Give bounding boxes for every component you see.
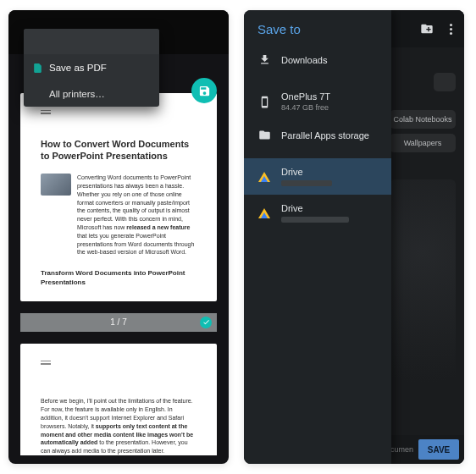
drawer-item-label: Parallel Apps storage (281, 130, 369, 141)
drawer-title: Save to (244, 10, 391, 45)
all-printers-label: All printers… (49, 89, 105, 99)
dropdown-all-printers[interactable]: All printers… (24, 81, 159, 107)
pdf-icon (32, 63, 43, 74)
page-indicator-bar: 1 / 7 (20, 313, 217, 332)
print-preview-scroll[interactable]: How to Convert Word Documents to PowerPo… (20, 93, 217, 455)
drawer-item-label: Downloads (281, 55, 327, 65)
article-paragraph-1: Converting Word documents to PowerPoint … (77, 174, 196, 256)
page-selected-check[interactable] (200, 317, 212, 328)
folder-icon (258, 129, 271, 141)
printer-dropdown: Save as PDF All printers… (24, 29, 159, 107)
device-name: OnePlus 7T (281, 91, 330, 102)
save-button-label: SAVE (428, 445, 451, 455)
print-screen: tter Save as PDF All printers… How to Co… (8, 10, 229, 464)
check-icon (202, 318, 210, 326)
save-as-pdf-label: Save as PDF (49, 63, 107, 73)
page-menu-icon (41, 361, 51, 365)
download-icon (258, 53, 271, 66)
account-redacted (281, 217, 349, 223)
article-subheading: Transform Word Documents into PowerPoint… (41, 268, 196, 287)
folder-chip-label: Colab Notebooks (393, 115, 451, 124)
drawer-item-drive[interactable]: Drive (244, 195, 391, 231)
blurred-thumbnail (390, 179, 456, 423)
saveto-drawer: Save to Downloads OnePlus 7T 84.47 GB fr… (244, 10, 391, 464)
save-button[interactable]: SAVE (418, 439, 459, 460)
dropdown-current-dim[interactable] (24, 29, 159, 54)
drive-icon (258, 208, 270, 218)
device-free-space: 84.47 GB free (281, 103, 330, 112)
article-paragraph-2: Before we begin, I'll point out the limi… (41, 397, 196, 455)
drive-icon (258, 172, 270, 182)
save-fab[interactable] (191, 78, 217, 103)
saveto-screen: Colab Notebooks Wallpapers ocumen SAVE S… (244, 10, 464, 464)
folder-chip-colab[interactable]: Colab Notebooks (390, 110, 456, 129)
drawer-item-downloads[interactable]: Downloads (244, 45, 391, 74)
dropdown-save-as-pdf[interactable]: Save as PDF (24, 54, 159, 81)
new-folder-icon[interactable] (420, 22, 434, 36)
file-browser-bottombar: ocumen SAVE (379, 435, 464, 464)
page-menu-icon (41, 110, 51, 114)
drawer-item-label: Drive (281, 203, 349, 213)
folder-chip-label: Wallpapers (404, 139, 442, 147)
grid-view-icon[interactable] (434, 73, 456, 91)
file-browser-topbar (379, 10, 464, 47)
preview-page-2[interactable]: Before we begin, I'll point out the limi… (20, 344, 217, 455)
page-counter: 1 / 7 (110, 317, 126, 327)
save-icon (198, 85, 211, 97)
drawer-item-drive-selected[interactable]: Drive (244, 158, 391, 195)
article-thumbnail (41, 174, 71, 196)
article-heading: How to Convert Word Documents to PowerPo… (41, 139, 196, 163)
overflow-menu-icon[interactable] (446, 24, 456, 35)
folder-chip-wallpapers[interactable]: Wallpapers (390, 134, 456, 152)
drawer-item-parallel[interactable]: Parallel Apps storage (244, 120, 391, 150)
drawer-item-label: Drive (281, 167, 332, 177)
phone-icon (258, 96, 271, 108)
preview-page-1[interactable]: How to Convert Word Documents to PowerPo… (20, 93, 217, 301)
account-redacted (281, 180, 332, 186)
drawer-item-device[interactable]: OnePlus 7T 84.47 GB free (244, 83, 391, 120)
